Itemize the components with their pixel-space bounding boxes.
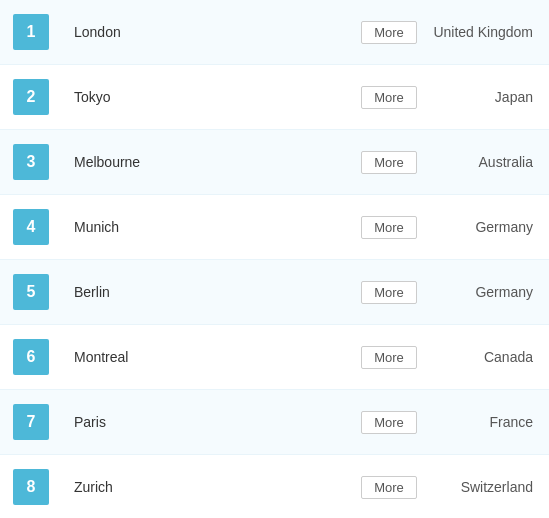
rankings-table: 1 London More United Kingdom 2 Tokyo Mor… [0, 0, 549, 518]
more-cell: More [349, 332, 429, 383]
rank-cell: 4 [0, 195, 62, 259]
rank-badge: 8 [13, 469, 49, 505]
rank-badge: 1 [13, 14, 49, 50]
rank-cell: 2 [0, 65, 62, 129]
table-row: 4 Munich More Germany [0, 195, 549, 260]
more-cell: More [349, 7, 429, 58]
more-cell: More [349, 267, 429, 318]
country-name: Australia [429, 140, 549, 184]
country-name: United Kingdom [429, 10, 549, 54]
city-name: London [62, 10, 349, 54]
country-name: Japan [429, 75, 549, 119]
rank-cell: 8 [0, 455, 62, 518]
country-name: Canada [429, 335, 549, 379]
more-cell: More [349, 462, 429, 513]
city-name: Tokyo [62, 75, 349, 119]
country-name: France [429, 400, 549, 444]
table-row: 8 Zurich More Switzerland [0, 455, 549, 518]
more-cell: More [349, 137, 429, 188]
city-name: Berlin [62, 270, 349, 314]
city-name: Montreal [62, 335, 349, 379]
rank-cell: 7 [0, 390, 62, 454]
rank-badge: 4 [13, 209, 49, 245]
city-name: Munich [62, 205, 349, 249]
more-cell: More [349, 397, 429, 448]
more-button[interactable]: More [361, 216, 417, 239]
more-button[interactable]: More [361, 21, 417, 44]
more-cell: More [349, 202, 429, 253]
more-button[interactable]: More [361, 476, 417, 499]
more-cell: More [349, 72, 429, 123]
rank-cell: 3 [0, 130, 62, 194]
rank-cell: 1 [0, 0, 62, 64]
table-row: 3 Melbourne More Australia [0, 130, 549, 195]
rank-cell: 5 [0, 260, 62, 324]
country-name: Switzerland [429, 465, 549, 509]
rank-cell: 6 [0, 325, 62, 389]
table-row: 6 Montreal More Canada [0, 325, 549, 390]
more-button[interactable]: More [361, 281, 417, 304]
country-name: Germany [429, 270, 549, 314]
country-name: Germany [429, 205, 549, 249]
rank-badge: 5 [13, 274, 49, 310]
city-name: Zurich [62, 465, 349, 509]
more-button[interactable]: More [361, 151, 417, 174]
table-row: 2 Tokyo More Japan [0, 65, 549, 130]
rank-badge: 3 [13, 144, 49, 180]
table-row: 7 Paris More France [0, 390, 549, 455]
more-button[interactable]: More [361, 411, 417, 434]
city-name: Paris [62, 400, 349, 444]
table-row: 5 Berlin More Germany [0, 260, 549, 325]
more-button[interactable]: More [361, 86, 417, 109]
city-name: Melbourne [62, 140, 349, 184]
rank-badge: 7 [13, 404, 49, 440]
rank-badge: 2 [13, 79, 49, 115]
table-row: 1 London More United Kingdom [0, 0, 549, 65]
more-button[interactable]: More [361, 346, 417, 369]
rank-badge: 6 [13, 339, 49, 375]
